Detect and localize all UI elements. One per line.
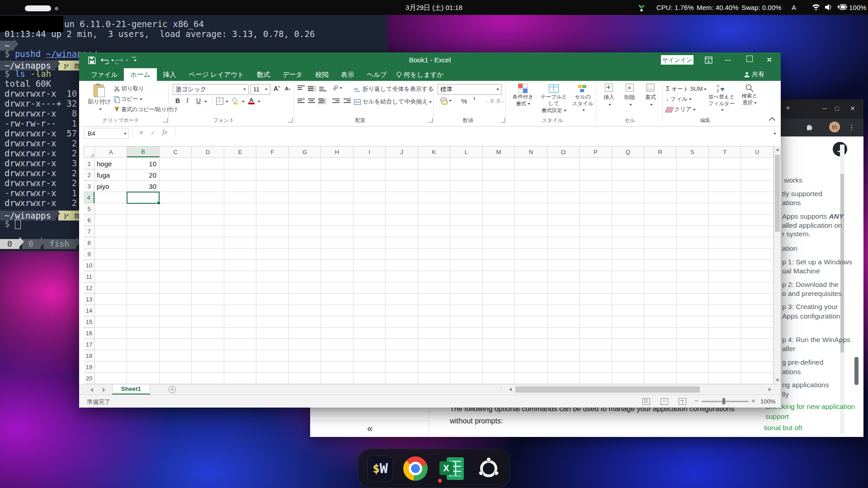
merge-center-button[interactable]: セルを結合して中央揃え <box>354 98 432 106</box>
underline-dropdown[interactable] <box>204 101 207 103</box>
fill-handle[interactable] <box>157 201 160 205</box>
increase-decimal-button[interactable]: ←.0 <box>485 99 493 103</box>
cpu-indicator[interactable]: CPU: 1.76% <box>656 3 694 12</box>
column-header-U[interactable]: U <box>741 146 773 157</box>
cells-area[interactable]: hoge10fuga20piyo30 <box>95 158 774 384</box>
readme-link[interactable]: tional but oft <box>764 424 802 432</box>
horizontal-align-buttons[interactable] <box>297 98 326 104</box>
window-maximize-button[interactable]: □ <box>835 105 839 112</box>
terminal-cursor-line[interactable]: $ <box>5 219 21 229</box>
indent-buttons[interactable] <box>332 98 351 103</box>
column-header-P[interactable]: P <box>580 146 612 157</box>
borders-dropdown[interactable] <box>226 101 228 103</box>
decrease-font-button[interactable]: A˅ <box>285 86 291 91</box>
number-format-select[interactable]: 標準 <box>438 84 502 95</box>
column-header-R[interactable]: R <box>644 146 676 157</box>
ribbon-display-options-icon[interactable] <box>705 56 712 64</box>
formula-input[interactable] <box>178 128 763 139</box>
column-header-E[interactable]: E <box>224 146 256 157</box>
tab-scroll-splitter[interactable]: ⋮ <box>499 386 504 392</box>
accounting-format-button[interactable] <box>440 97 452 104</box>
insert-cells-button[interactable]: 挿入 <box>599 84 618 108</box>
row-header-7[interactable]: 7 <box>84 226 94 237</box>
new-tab-button[interactable]: + <box>786 103 790 113</box>
row-header-1[interactable]: 1 <box>84 158 94 169</box>
row-header-4[interactable]: 4 <box>84 192 94 203</box>
cell-B1[interactable]: 10 <box>127 158 156 169</box>
ribbon-tab-5[interactable]: 数式 <box>250 68 276 81</box>
comma-style-button[interactable]: ’ <box>473 96 476 105</box>
ribbon-tab-4[interactable]: ページ レイアウト <box>183 68 250 81</box>
sheet-tab-sheet1[interactable]: Sheet1 <box>112 385 150 394</box>
excel-close-button[interactable]: ✕ <box>766 56 772 64</box>
column-header-H[interactable]: H <box>321 146 353 157</box>
dock-ubuntu-icon[interactable] <box>476 455 502 482</box>
ribbon-tab-8[interactable]: 表示 <box>335 68 360 81</box>
increase-font-button[interactable]: A˄ <box>274 85 280 92</box>
row-header-10[interactable]: 10 <box>84 260 94 271</box>
font-dialog-launcher[interactable] <box>288 118 292 122</box>
tray-plant-icon[interactable] <box>638 4 645 11</box>
page-scrollbar-thumb[interactable] <box>854 357 859 385</box>
percent-style-button[interactable]: % <box>461 97 467 105</box>
ribbon-tab-7[interactable]: 校閲 <box>309 68 335 81</box>
column-header-D[interactable]: D <box>192 146 224 157</box>
number-dialog-launcher[interactable] <box>500 118 505 122</box>
alignment-dialog-launcher[interactable] <box>428 118 433 122</box>
column-header-C[interactable]: C <box>160 146 192 157</box>
zoom-slider-track[interactable] <box>702 401 749 402</box>
column-header-M[interactable]: M <box>483 146 515 157</box>
cell-A2[interactable]: fuga <box>97 169 126 181</box>
column-header-S[interactable]: S <box>676 146 708 157</box>
column-headers[interactable]: ABCDEFGHIJKLMNOPQRSTU <box>95 146 774 158</box>
battery-percent[interactable]: 100% <box>849 3 866 12</box>
column-header-J[interactable]: J <box>386 146 418 157</box>
decrease-decimal-button[interactable]: .0→ <box>496 99 504 103</box>
cell-B3[interactable]: 30 <box>127 181 156 192</box>
column-header-O[interactable]: O <box>547 146 580 157</box>
select-all-corner[interactable] <box>84 146 95 158</box>
cut-button[interactable]: 切り取り <box>114 85 144 93</box>
extensions-puzzle-icon[interactable] <box>806 123 814 131</box>
find-select-button[interactable]: 検索と選択 <box>737 84 762 106</box>
column-header-A[interactable]: A <box>95 146 127 157</box>
row-header-5[interactable]: 5 <box>84 203 94 215</box>
clipboard-dialog-launcher[interactable] <box>163 118 168 122</box>
font-color-dropdown[interactable] <box>258 101 260 103</box>
share-button[interactable]: 共有 <box>744 70 764 79</box>
page-layout-view-button[interactable] <box>660 398 668 405</box>
kebab-menu-icon[interactable]: ⋮ <box>848 123 855 131</box>
tell-me-lightbulb[interactable]: 何をしますか <box>393 68 450 81</box>
cell-A3[interactable]: piyo <box>97 181 126 192</box>
copy-button[interactable]: コピー <box>114 95 142 103</box>
row-header-16[interactable]: 16 <box>84 328 94 339</box>
ribbon-tab-2[interactable]: ホーム <box>124 68 156 81</box>
wrap-text-button[interactable]: ab 折り返して全体を表示する <box>354 85 434 93</box>
column-header-K[interactable]: K <box>418 146 450 157</box>
fill-button[interactable]: ↓ フィル <box>666 95 692 103</box>
zoom-in-button[interactable]: + <box>751 397 755 404</box>
row-header-3[interactable]: 3 <box>84 181 94 192</box>
cell-A1[interactable]: hoge <box>97 158 126 169</box>
add-sheet-button[interactable]: + <box>169 386 176 393</box>
row-headers[interactable]: 1234567891011121314151617181920 <box>84 158 95 384</box>
window-close-button[interactable]: ✕ <box>850 105 855 112</box>
row-header-19[interactable]: 19 <box>84 361 94 373</box>
excel-maximize-button[interactable] <box>746 56 753 62</box>
row-header-9[interactable]: 9 <box>84 249 94 260</box>
vertical-scrollbar[interactable] <box>774 146 781 384</box>
vertical-align-buttons[interactable] <box>297 85 326 92</box>
column-header-T[interactable]: T <box>709 146 741 157</box>
fill-color-button[interactable] <box>232 97 239 106</box>
font-color-button[interactable]: A <box>248 97 255 104</box>
borders-button[interactable] <box>216 98 223 105</box>
excel-minimize-button[interactable]: — <box>725 56 731 63</box>
conditional-formatting-button[interactable]: 条件付き書式 <box>509 84 537 107</box>
selected-cell-B4[interactable] <box>127 192 160 204</box>
fill-color-dropdown[interactable] <box>242 101 245 103</box>
row-header-17[interactable]: 17 <box>84 339 94 350</box>
row-header-8[interactable]: 8 <box>84 237 94 249</box>
profile-avatar[interactable]: m <box>829 122 840 132</box>
sheet-nav-left[interactable] <box>90 388 93 392</box>
sign-in-button[interactable]: サインイン <box>661 55 693 65</box>
